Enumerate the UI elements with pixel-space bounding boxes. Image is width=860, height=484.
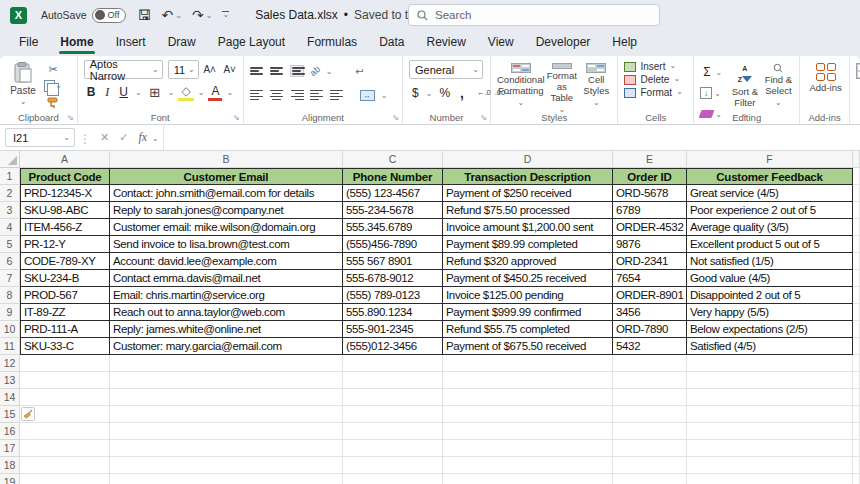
row-header-11[interactable]: 11 [0, 338, 20, 355]
align-bottom-icon[interactable] [290, 65, 304, 77]
column-header-F[interactable]: F [687, 151, 853, 168]
cell-C3[interactable]: 555-234-5678 [343, 202, 443, 219]
column-header-A[interactable]: A [20, 151, 110, 168]
cell-A10[interactable]: PRD-111-A [20, 321, 110, 338]
cell-styles-button[interactable]: Cell Styles [579, 60, 613, 110]
merge-center-icon[interactable]: ↔ [360, 90, 375, 101]
underline-button[interactable]: U [116, 85, 131, 99]
clipboard-dialog-launcher-icon[interactable] [67, 113, 74, 122]
cell-D8[interactable]: Invoice $125.00 pending [443, 287, 613, 304]
cell-A15[interactable] [20, 406, 110, 423]
cell-C8[interactable]: (555) 789-0123 [343, 287, 443, 304]
paste-options-button[interactable] [21, 407, 35, 421]
cell-F17[interactable] [687, 440, 853, 457]
cell-B8[interactable]: Email: chris.martin@service.org [110, 287, 343, 304]
cell-B4[interactable]: Customer email: mike.wilson@domain.org [110, 219, 343, 236]
cell-E14[interactable] [613, 389, 687, 406]
cell-D2[interactable]: Payment of $250 received [443, 185, 613, 202]
cell-A8[interactable]: PROD-567 [20, 287, 110, 304]
cell-C7[interactable]: 555-678-9012 [343, 270, 443, 287]
cell-F6[interactable]: Not satisfied (1/5) [687, 253, 853, 270]
copy-icon[interactable] [44, 80, 55, 92]
cell-B14[interactable] [110, 389, 343, 406]
row-header-18[interactable]: 18 [0, 457, 20, 474]
alignment-dialog-launcher-icon[interactable] [392, 113, 399, 122]
cell-A5[interactable]: PR-12-Y [20, 236, 110, 253]
cell-E18[interactable] [613, 457, 687, 474]
cell-F3[interactable]: Poor experience 2 out of 5 [687, 202, 853, 219]
cell-A9[interactable]: IT-89-ZZ [20, 304, 110, 321]
clipped-button[interactable]: A [856, 60, 860, 110]
cell-D19[interactable] [443, 474, 613, 484]
tab-formulas[interactable]: Formulas [296, 30, 368, 56]
cell-B3[interactable]: Reply to sarah.jones@company.net [110, 202, 343, 219]
cell-F5[interactable]: Excellent product 5 out of 5 [687, 236, 853, 253]
row-header-14[interactable]: 14 [0, 389, 20, 406]
comma-style-button[interactable]: , [457, 85, 467, 101]
font-dialog-launcher-icon[interactable] [233, 113, 240, 122]
cell-E2[interactable]: ORD-5678 [613, 185, 687, 202]
italic-button[interactable]: I [102, 85, 112, 100]
select-all-button[interactable] [0, 151, 20, 168]
row-header-6[interactable]: 6 [0, 253, 20, 270]
cell-C14[interactable] [343, 389, 443, 406]
cell-D7[interactable]: Payment of $450.25 received [443, 270, 613, 287]
cell-D4[interactable]: Invoice amount $1,200.00 sent [443, 219, 613, 236]
align-right-icon[interactable] [290, 90, 304, 101]
cell-B15[interactable] [110, 406, 343, 423]
fill-color-button[interactable]: ◇ [178, 84, 193, 101]
cell-D9[interactable]: Payment $999.99 confirmed [443, 304, 613, 321]
cell-E5[interactable]: 9876 [613, 236, 687, 253]
percent-button[interactable]: % [436, 86, 453, 100]
row-header-3[interactable]: 3 [0, 202, 20, 219]
autosave-toggle[interactable]: Off [92, 8, 126, 23]
redo-button[interactable]: ↷ [192, 7, 212, 23]
name-box[interactable]: I21 [5, 128, 75, 147]
autosum-icon[interactable]: Σ [700, 65, 713, 79]
cell-B19[interactable] [110, 474, 343, 484]
cell-B13[interactable] [110, 372, 343, 389]
cell-D16[interactable] [443, 423, 613, 440]
cell-F19[interactable] [687, 474, 853, 484]
tab-file[interactable]: File [8, 30, 49, 56]
addins-button[interactable]: Add-ins [806, 60, 845, 110]
number-dialog-launcher-icon[interactable] [480, 113, 487, 122]
cell-C2[interactable]: (555) 123-4567 [343, 185, 443, 202]
row-header-4[interactable]: 4 [0, 219, 20, 236]
cell-D13[interactable] [443, 372, 613, 389]
cell-F14[interactable] [687, 389, 853, 406]
bold-button[interactable]: B [84, 85, 99, 99]
decrease-indent-icon[interactable] [310, 90, 324, 101]
autosave-control[interactable]: AutoSave Off [41, 8, 126, 23]
cell-C9[interactable]: 555.890.1234 [343, 304, 443, 321]
cell-B9[interactable]: Reach out to anna.taylor@web.com [110, 304, 343, 321]
tab-review[interactable]: Review [415, 30, 476, 56]
cell-F4[interactable]: Average quality (3/5) [687, 219, 853, 236]
cell-A18[interactable] [20, 457, 110, 474]
cell-E13[interactable] [613, 372, 687, 389]
cell-A11[interactable]: SKU-33-C [20, 338, 110, 355]
cell-F2[interactable]: Great service (4/5) [687, 185, 853, 202]
cell-A6[interactable]: CODE-789-XY [20, 253, 110, 270]
save-icon[interactable]: 🖫 [138, 7, 152, 23]
conditional-formatting-button[interactable]: Conditional Formatting [497, 60, 545, 110]
cell-D3[interactable]: Refund $75.50 processed [443, 202, 613, 219]
cell-A4[interactable]: ITEM-456-Z [20, 219, 110, 236]
sort-filter-button[interactable]: AZ Sort & Filter [728, 60, 762, 110]
fill-icon[interactable]: ↓ [700, 87, 712, 99]
align-center-icon[interactable] [270, 90, 284, 101]
cell-C4[interactable]: 555.345.6789 [343, 219, 443, 236]
cell-F10[interactable]: Below expectations (2/5) [687, 321, 853, 338]
tab-data[interactable]: Data [368, 30, 415, 56]
cell-F7[interactable]: Good value (4/5) [687, 270, 853, 287]
find-select-button[interactable]: Find & Select [762, 60, 796, 110]
cell-E3[interactable]: 6789 [613, 202, 687, 219]
align-middle-icon[interactable] [270, 67, 284, 75]
column-header-B[interactable]: B [110, 151, 343, 168]
undo-button[interactable]: ↶ [162, 7, 182, 23]
font-name-combo[interactable]: Aptos Narrow [84, 60, 163, 79]
cell-C12[interactable] [343, 355, 443, 372]
borders-icon[interactable] [146, 83, 164, 101]
cell-E4[interactable]: ORDER-4532 [613, 219, 687, 236]
cell-A1[interactable]: Product Code [20, 168, 110, 185]
